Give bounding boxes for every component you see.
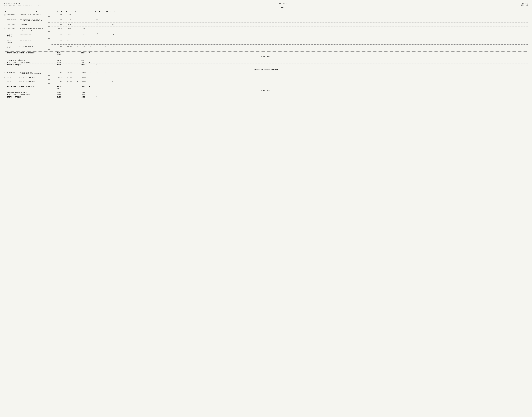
in-total-2-label: В ТОМ ЧИСЛЕ: [4,90,528,92]
row-c6: - [74,40,80,42]
row-c6: - [74,14,80,16]
row-c10: - [101,81,110,83]
row-code: ТО ЖЕ2=2508 [7,40,20,43]
razdel-total-2: ИТОГО ПО РАЗДЕЛУ 2 РУБ0 12950 - " - [4,96,528,98]
row-desc: =ТО ЖЕ Н5Б67=4Х60ВТ [20,77,51,79]
col-h9: 5 [62,11,71,12]
subtotal1-unit: РУБ; [55,58,63,60]
row-c8: - [88,46,94,47]
page-container: № 264-12-318.92 ПРОГРАММНЫЙ КОМПЛЕКС АВС… [4,2,528,98]
section2-heading: РАЗДЕЛ 2т Прочие ЗАТРАТЫ [4,69,528,70]
section-rule-2 [4,85,528,85]
row-id: 59 [4,33,7,35]
col-h4: т [20,11,21,12]
subtotal1-val: 3328 [79,58,86,60]
total1-c9: - [93,52,100,54]
row-desc: =ТАБЛИЧКА= [20,24,51,25]
row-c10: - [101,40,110,42]
row-price: 0;28 [64,24,74,25]
row-c8: - [88,33,94,35]
col-h19: 10 [104,11,110,12]
row-unit2: ШТ [4,26,51,27]
row-qty: 6;00 [56,18,64,20]
col-h20: т [110,11,111,12]
col-h16: т [95,11,96,12]
col-h21: 11 [111,11,118,12]
col-header-row: 1 т 2 т 3 т 4 т 5 т 6 т 7 т 8 т 9 т 10 т… [4,10,528,13]
row-c8: - [88,24,94,25]
doc-code: Лл. 16 з. 2 [279,2,291,4]
row-price: 250;00 [64,77,74,79]
row-price: 750;00 [64,72,74,73]
row-qty: 2;00 [56,40,64,42]
col-h10: т [71,11,72,12]
total1-value: 3328 [79,52,86,54]
row-c8: - [88,40,94,42]
row-code: ТО ЖЕ [7,77,20,79]
table-row: 62 ЦЕНА 3=АА =КОМПЕНСАЦИЯ ЗАСВЕТИЛЬНИК(4… [4,72,528,76]
row-c10: - [101,24,110,25]
row-c8: - [88,72,94,73]
total2-label: ИТОГО ПРЯМЫЕ ЗАТРАТЫ ПО РАЗДЕЛУ [7,86,51,88]
total1-c10: - [100,52,108,54]
row-code: ТО ЖЕ2=2644 [7,46,20,49]
subtotal2a-val: 12950 [79,92,86,94]
subtotal2-label: ТРАНСПОРТНЫЕ РАСХОДЫ = [7,60,51,62]
row-c9: ... [94,40,101,42]
table-row: 61 ТО ЖЕ2=2644 =ТО ЖЕ Я5124=3174 2;00 10… [4,46,528,50]
row-c9: ... [94,81,101,83]
table-row: 60 ТО ЖЕ2=2508 =ТО ЖЕ Я5110=3474 2;00 74… [4,40,528,45]
row-c11: - [110,28,117,29]
row-id: 61 [4,46,7,47]
row-desc: =УСТАНОВКА АС-440=ПРИБОРЫСИГНАЛЬНЫЕ И ТР… [20,18,51,21]
row-qty: 3;00 [56,72,64,73]
right1: 3027392 [521,2,528,4]
col-h1: 1 [4,11,7,12]
row-c7: 208 [80,46,88,47]
col-h15: 8 [89,11,95,12]
row-code: ТО ЖЕ [7,81,20,83]
row-c6: - [74,33,80,35]
row-desc: =КОМПЕНСАЦИЯ ЗАСВЕТИЛЬНИК(4Х60+5Х100)НС=… [20,72,51,74]
row-c10: - [101,72,110,73]
subtotal2b-label: ВСЕГО,СТОИМОСТЬ ПРОЧИХ РАБОТ = [7,94,51,95]
row-id: 55 [4,14,7,16]
total2-unit2: РУБ; [55,88,63,90]
row-c10: - [101,18,110,20]
header-right: 3027392 25447-2D [521,2,528,6]
razdel1-unit: РУБ0 [55,64,63,66]
row-desc: =КЛЕММА=ОТВОДНЫЕ РЕАКИСИЛОВОАЦЕПИ ОТ63А … [20,28,51,31]
row-c7: 3 [80,24,88,25]
subtotal-row: СТОИМОСТЬ ОБОРУДОВАНИЯ = РУБ; 3328 - - - [4,58,528,60]
razdel1-label: ИТОГО ПО РАЗДЕЛУ [7,64,51,66]
subtotal3-unit: РУБ0 [55,62,63,63]
col-h13: 7 [80,11,88,12]
section-rule-1 [4,51,528,52]
row-price: 0;33 [64,14,74,16]
header-left: № 264-12-318.92 ПРОГРАММНЫЙ КОМПЛЕКС АВС… [4,2,49,8]
col-h8: т [61,11,62,12]
table-row: 58 1517=1496=1 =КЛЕММА=ОТВОДНЫЕ РЕАКИСИЛ… [4,28,528,32]
total-row-2b: РУБ; [4,88,528,90]
row-c7: 9500 [80,77,88,79]
row-code: СКЦ3=84ВЫП,22=2507 [7,33,20,38]
row-unit2: ШТ [4,21,51,23]
row-qty: 3;00 [56,33,64,35]
razdel1-num: 1 [51,64,55,66]
row-price: 0;75 [64,18,74,20]
total2-c8: * [86,86,93,88]
total2-value: 12950 [79,86,86,88]
row-c8: - [88,77,94,79]
row-c9: ... [94,46,101,47]
rule-2 [4,63,528,64]
total1-label: ИТОГО ПРЯМЫЕ ЗАТРАТЫ ПО РАЗДЕЛУ [7,52,51,54]
row-code: 1517=1505 [7,24,20,25]
row-qty: 38;00 [56,77,64,79]
row-price: 74;00 [64,40,74,42]
row-c6: - [74,28,80,29]
top-rule [4,9,528,9]
subtitle: ПРОГРАММНЫЙ КОМПЛЕКС АВС-ЗЕС ( РЕДАКЦИЯ … [4,4,49,6]
right2: 25447-2D [521,4,528,6]
row-c11: - ; [110,14,117,16]
row-c7: 216 [80,33,88,35]
